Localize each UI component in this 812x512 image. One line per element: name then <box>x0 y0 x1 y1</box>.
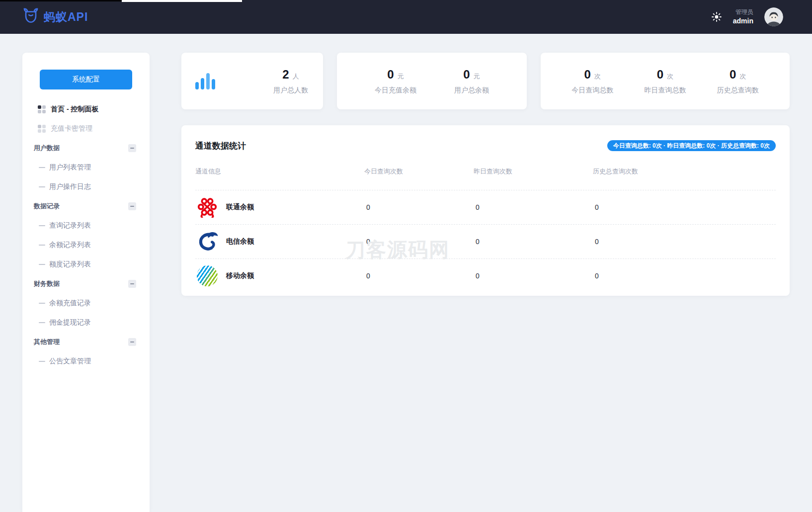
total-queries-value: 0 <box>593 238 776 246</box>
dash-icon <box>39 361 45 362</box>
sidebar-item-label: 首页 - 控制面板 <box>51 105 98 114</box>
stat-label: 用户总余额 <box>454 86 489 95</box>
navbar: 蚂蚁API 管理员 admin <box>0 0 812 34</box>
brand-name: 蚂蚁API <box>44 9 88 25</box>
sidebar-section-other-management[interactable]: 其他管理 <box>22 332 150 351</box>
sidebar: 系统配置 首页 - 控制面板 充值卡密管理 用户数据 用户列表管理 用户操作日志… <box>22 53 150 512</box>
sidebar-section-label: 其他管理 <box>34 338 60 346</box>
yesterday-queries-value: 0 <box>474 238 593 246</box>
collapse-minus-icon[interactable] <box>128 338 136 346</box>
carrier-name: 联通余额 <box>226 203 254 212</box>
navbar-right: 管理员 admin <box>711 7 783 26</box>
sidebar-item-card-management[interactable]: 充值卡密管理 <box>22 119 150 138</box>
panel-header: 通道数据统计 今日查询总数: 0次 · 昨日查询总数: 0次 · 历史总查询数:… <box>195 139 776 152</box>
dash-icon <box>39 245 45 246</box>
stat-label: 今日查询总数 <box>571 86 613 95</box>
sidebar-item-balance-records[interactable]: 余额记录列表 <box>22 235 150 255</box>
stats-cards-row: 2 人 用户总人数 0 元 今日充值余额 0 元 用户总余额 0 次 <box>181 53 790 109</box>
top-artifact-light <box>122 0 242 2</box>
channel-stats-panel: 通道数据统计 今日查询总数: 0次 · 昨日查询总数: 0次 · 历史总查询数:… <box>181 125 790 296</box>
unicom-logo-icon <box>196 196 218 218</box>
sidebar-section-data-records[interactable]: 数据记录 <box>22 196 150 216</box>
stat-card-queries: 0 次 今日查询总数 0 次 昨日查询总数 0 次 历史总查询数 <box>541 53 790 109</box>
sidebar-item-home-dashboard[interactable]: 首页 - 控制面板 <box>22 99 150 119</box>
mobile-logo-icon <box>196 265 218 287</box>
sidebar-section-label: 用户数据 <box>34 144 60 153</box>
collapse-minus-icon[interactable] <box>128 144 136 152</box>
sidebar-item-user-list[interactable]: 用户列表管理 <box>22 158 150 177</box>
sidebar-item-label: 余额充值记录 <box>49 299 91 308</box>
yesterday-queries-value: 0 <box>474 272 593 280</box>
sidebar-item-label: 查询记录列表 <box>49 221 91 230</box>
user-name: admin <box>733 16 753 26</box>
sidebar-section-user-data[interactable]: 用户数据 <box>22 138 150 158</box>
stat-label: 用户总人数 <box>273 86 308 95</box>
collapse-minus-icon[interactable] <box>128 202 136 210</box>
sidebar-item-recharge-records[interactable]: 余额充值记录 <box>22 293 150 313</box>
collapse-minus-icon[interactable] <box>128 280 136 288</box>
sidebar-item-label: 额度记录列表 <box>49 260 91 269</box>
sidebar-item-label: 佣金提现记录 <box>49 318 91 327</box>
panel-title: 通道数据统计 <box>195 140 246 152</box>
table-body: 联通余额 0 0 0 电信余额 <box>195 190 776 293</box>
user-role: 管理员 <box>733 8 753 16</box>
stat-unit: 次 <box>667 72 673 81</box>
column-header: 通道信息 <box>195 167 364 176</box>
sidebar-item-commission-withdraw-records[interactable]: 佣金提现记录 <box>22 313 150 332</box>
carrier-name: 电信余额 <box>226 237 254 246</box>
sidebar-item-label: 用户列表管理 <box>49 163 91 172</box>
dash-icon <box>39 186 45 187</box>
sidebar-item-label: 充值卡密管理 <box>51 124 92 133</box>
column-header: 昨日查询次数 <box>474 167 593 176</box>
system-config-button[interactable]: 系统配置 <box>40 70 132 89</box>
table-row-unicom: 联通余额 0 0 0 <box>195 190 776 224</box>
column-header: 今日查询次数 <box>364 167 474 176</box>
sidebar-item-label: 公告文章管理 <box>49 357 91 366</box>
sidebar-item-announcement-articles[interactable]: 公告文章管理 <box>22 351 150 371</box>
grid-icon <box>38 105 45 113</box>
stat-yesterday-queries: 0 次 昨日查询总数 <box>645 68 686 95</box>
stat-label: 昨日查询总数 <box>645 86 686 95</box>
stat-card-users: 2 人 用户总人数 <box>181 53 323 109</box>
stat-value: 0 <box>584 68 591 82</box>
theme-toggle-sun-icon[interactable] <box>711 11 722 22</box>
total-queries-value: 0 <box>593 272 776 280</box>
today-queries-value: 0 <box>364 203 474 211</box>
sidebar-menu: 首页 - 控制面板 充值卡密管理 用户数据 用户列表管理 用户操作日志 数据记录… <box>22 99 150 371</box>
column-header: 历史总查询次数 <box>593 167 776 176</box>
sidebar-item-query-records[interactable]: 查询记录列表 <box>22 216 150 235</box>
stat-value: 0 <box>657 68 663 82</box>
dash-icon <box>39 322 45 323</box>
today-queries-value: 0 <box>364 272 474 280</box>
sidebar-section-label: 财务数据 <box>34 279 60 288</box>
stat-unit: 次 <box>594 72 601 81</box>
sidebar-section-finance-data[interactable]: 财务数据 <box>22 274 150 293</box>
stat-users: 2 人 用户总人数 <box>273 68 308 95</box>
sidebar-section-label: 数据记录 <box>34 202 60 211</box>
stat-value: 0 <box>730 68 736 82</box>
stat-card-balance: 0 元 今日充值余额 0 元 用户总余额 <box>337 53 527 109</box>
telecom-logo-icon <box>196 231 218 253</box>
dash-icon <box>39 225 45 226</box>
dash-icon <box>39 264 45 265</box>
stat-value: 2 <box>282 68 289 82</box>
stat-unit: 元 <box>474 72 480 81</box>
dash-icon <box>39 303 45 304</box>
user-info: 管理员 admin <box>733 8 753 25</box>
avatar[interactable] <box>764 7 783 26</box>
sidebar-item-user-logs[interactable]: 用户操作日志 <box>22 177 150 196</box>
channel-table: 通道信息 今日查询次数 昨日查询次数 历史总查询次数 <box>195 167 776 293</box>
table-header-row: 通道信息 今日查询次数 昨日查询次数 历史总查询次数 <box>195 167 776 190</box>
dash-icon <box>39 167 45 168</box>
query-summary-badge: 今日查询总数: 0次 · 昨日查询总数: 0次 · 历史总查询数: 0次 <box>607 140 776 151</box>
stat-today-recharge: 0 元 今日充值余额 <box>375 68 416 95</box>
table-row-telecom: 电信余额 0 0 0 <box>195 224 776 258</box>
stat-unit: 元 <box>398 72 404 81</box>
brand-logo[interactable]: 蚂蚁API <box>22 8 88 26</box>
today-queries-value: 0 <box>364 238 474 246</box>
grid-icon <box>38 125 45 132</box>
sidebar-item-label: 用户操作日志 <box>49 182 91 191</box>
sidebar-item-quota-records[interactable]: 额度记录列表 <box>22 255 150 274</box>
total-queries-value: 0 <box>593 203 776 211</box>
stat-total-balance: 0 元 用户总余额 <box>454 68 489 95</box>
